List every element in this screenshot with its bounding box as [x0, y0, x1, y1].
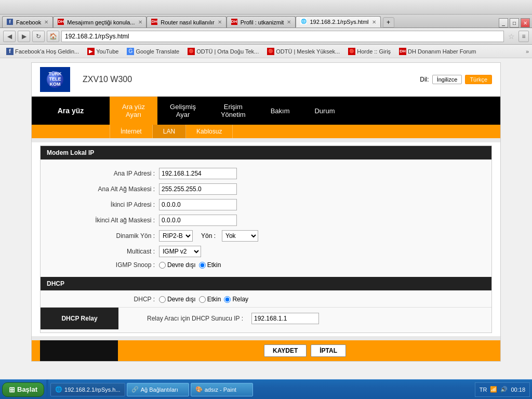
sub-nav: İnternet LAN Kablosuz [32, 125, 500, 138]
sub-nav-lan-label: LAN [163, 128, 175, 135]
bookmark-youtube[interactable]: ▶ YouTube [84, 47, 122, 56]
tab-mesajim-close[interactable]: ✕ [138, 19, 142, 25]
start-button[interactable]: ⊞ Başlat [2, 382, 44, 397]
dhcp-relay-section: DHCP Relay Relay Aracı için DHCP Sunucu … [41, 307, 491, 329]
bookmark-dh[interactable]: DH DH Donanım Haber Forum [396, 47, 479, 56]
dhcp-relay-radio[interactable] [224, 296, 231, 303]
ana-alt-ag-input[interactable] [159, 183, 237, 195]
modem-lokal-ip-header: Modem Lokal IP [41, 146, 491, 159]
bookmarks-more[interactable]: » [526, 48, 529, 55]
home-button[interactable]: 🏠 [47, 31, 59, 42]
taskbar-item-ag[interactable]: 🔗 Ağ Bağlantıları [127, 383, 189, 396]
reload-button[interactable]: ↻ [32, 31, 45, 42]
minimize-button[interactable]: _ [499, 18, 508, 28]
nav-item-arayuz-label: Ara yüzAyarı [122, 103, 145, 118]
yon-select[interactable]: Yok Gelen Giden Her İkisi [222, 230, 258, 242]
sub-nav-internet[interactable]: İnternet [110, 125, 153, 138]
content-area: Modem Lokal IP Ana IP Adresi : Ana Alt A… [32, 142, 500, 336]
taskbar-item-paint[interactable]: 🎨 adsız - Paint [191, 383, 253, 396]
forward-button[interactable]: ▶ [18, 31, 30, 42]
taskbar-item-browser[interactable]: 🌐 192.168.2.1/rpSys.h... [50, 383, 125, 396]
dhcp-devre-disi-radio[interactable] [159, 296, 166, 303]
tab-mesajim[interactable]: DH Mesajımın geçtiği konula... ✕ [53, 16, 147, 28]
tab-router-nasil[interactable]: DH Router nasıl kullanılır ✕ [147, 16, 226, 28]
turk-telekom-logo: TÜRKTELEKOM [40, 67, 70, 92]
bookmark-odtu2-label: ODTÜ | Meslek Yüksek... [276, 48, 340, 55]
dh-bookmark-icon: DH [399, 48, 406, 55]
relay-ip-input[interactable] [251, 313, 319, 324]
device-name: ZXV10 W300 [83, 75, 132, 84]
back-button[interactable]: ◀ [3, 31, 16, 42]
nav-item-arayuz[interactable]: Ara yüzAyarı [110, 97, 157, 125]
ikinci-ip-label: İkinci IP Adresi : [51, 201, 155, 208]
igmp-etkin-radio[interactable] [199, 262, 206, 269]
odtu1-bookmark-icon: 🔴 [188, 48, 195, 55]
logo-text: TÜRKTELEKOM [49, 72, 62, 87]
tab-profil-close[interactable]: ✕ [287, 19, 291, 25]
nav-item-bakim[interactable]: Bakım [258, 97, 302, 125]
igmp-snoop-label: IGMP Snoop : [51, 261, 155, 269]
browser-content: TÜRKTELEKOM ZXV10 W300 Dil: İngilizce Tü… [0, 58, 532, 379]
nav-item-gelismis[interactable]: GelişmişAyar [157, 97, 208, 125]
dhcp-relay-label: Relay [232, 296, 248, 303]
new-tab-button[interactable]: + [383, 17, 394, 28]
bookmark-star[interactable]: ☆ [506, 31, 516, 42]
ikinci-ip-input[interactable] [159, 199, 237, 210]
address-input[interactable] [61, 31, 504, 42]
ikinci-alt-ag-input[interactable] [159, 215, 237, 226]
youtube-bookmark-icon: ▶ [87, 48, 95, 55]
close-button[interactable]: ✕ [521, 18, 530, 28]
tab-rpsys[interactable]: 🌐 192.168.2.1/rpSys.html ✕ [296, 16, 380, 28]
menu-button[interactable]: ≡ [518, 31, 529, 42]
igmp-etkin-option[interactable]: Etkin [199, 261, 221, 269]
dh-tab-icon-1: DH [58, 19, 65, 26]
nav-item-erisim[interactable]: ErişimYönetim [208, 97, 258, 125]
tray-volume-icon: 🔊 [500, 386, 508, 393]
router-header: TÜRKTELEKOM ZXV10 W300 Dil: İngilizce Tü… [32, 63, 500, 97]
tab-router-nasil-close[interactable]: ✕ [218, 19, 222, 25]
bookmark-google-translate[interactable]: G Google Translate [124, 47, 182, 56]
nav-item-durum[interactable]: Durum [302, 97, 347, 125]
tab-facebook-close[interactable]: ✕ [44, 19, 48, 25]
igmp-devre-disi-radio[interactable] [159, 262, 166, 269]
sub-nav-lan[interactable]: LAN [153, 125, 186, 138]
dhcp-relay-option[interactable]: Relay [224, 296, 248, 303]
cancel-button[interactable]: İPTAL [311, 344, 346, 357]
nav-item-durum-label: Durum [314, 107, 335, 115]
tab-rpsys-close[interactable]: ✕ [372, 19, 376, 25]
bookmark-facebook[interactable]: f Facebook'a Hoş Geldin... [3, 47, 82, 56]
dhcp-options-row: DHCP : Devre dışı Etkin [41, 294, 491, 305]
ana-ip-label: Ana IP Adresi : [51, 170, 155, 177]
paint-taskbar-label: adsız - Paint [205, 387, 236, 393]
lang-turkish-button[interactable]: Türkçe [465, 75, 492, 84]
facebook-bookmark-icon: f [6, 48, 14, 55]
dhcp-devre-disi-label: Devre dışı [167, 296, 196, 303]
dhcp-etkin-radio[interactable] [199, 296, 206, 303]
dhcp-devre-disi-option[interactable]: Devre dışı [159, 296, 196, 303]
paint-taskbar-icon: 🎨 [195, 386, 203, 393]
igmp-devre-disi-option[interactable]: Devre dışı [159, 261, 196, 269]
dh-tab-icon-3: DH [231, 19, 238, 26]
save-button[interactable]: KAYDET [264, 344, 307, 357]
dhcp-etkin-option[interactable]: Etkin [199, 296, 221, 303]
bookmark-youtube-label: YouTube [96, 48, 118, 55]
ikinci-alt-ag-label: İkinci Alt ağ Maskesi : [51, 217, 155, 224]
bookmark-horde[interactable]: 🔴 Horde :: Giriş [345, 47, 394, 56]
bookmark-odtu2[interactable]: 🔴 ODTÜ | Meslek Yüksek... [264, 47, 343, 56]
bookmark-odtu1-label: ODTÜ | Orta Doğu Tek... [196, 48, 259, 55]
lang-english-button[interactable]: İngilizce [432, 75, 462, 84]
bookmark-odtu1[interactable]: 🔴 ODTÜ | Orta Doğu Tek... [184, 47, 262, 56]
tray-lang: TR [480, 387, 487, 393]
ana-ip-input[interactable] [159, 168, 237, 179]
relay-ip-label: Relay Aracı için DHCP Sunucu IP : [129, 315, 243, 322]
bookmark-google-translate-label: Google Translate [136, 48, 179, 55]
maximize-button[interactable]: □ [510, 18, 519, 28]
multicast-label: Multicast : [51, 248, 155, 255]
tab-facebook[interactable]: f Facebook ✕ [2, 16, 53, 28]
dhcp-body: DHCP : Devre dışı Etkin [41, 290, 491, 332]
multicast-select[interactable]: IGMP v2 IGMP v1 Devre dışı [159, 246, 201, 257]
tab-profil[interactable]: DH Profil : utkanizmit ✕ [227, 16, 296, 28]
language-area: Dil: İngilizce Türkçe [420, 75, 492, 84]
sub-nav-kablosuz[interactable]: Kablosuz [186, 125, 233, 138]
dinamik-yon-select[interactable]: RIP2-B RIP1 RIP2 [159, 230, 193, 242]
